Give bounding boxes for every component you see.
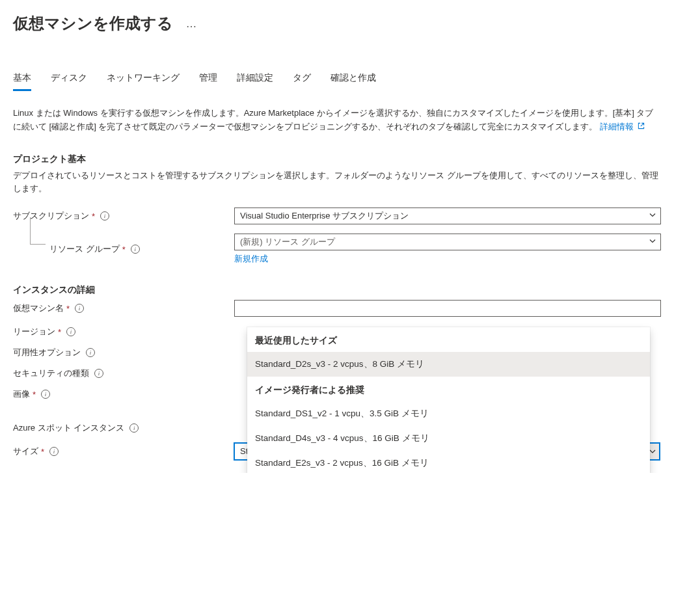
info-icon[interactable]: i <box>131 245 140 254</box>
vm-name-label: 仮想マシン名 <box>13 302 64 314</box>
tab-review[interactable]: 確認と作成 <box>330 72 376 91</box>
info-icon[interactable]: i <box>100 211 109 221</box>
section-project-desc: デプロイされているリソースとコストを管理するサブスクリプションを選択します。フォ… <box>13 169 661 196</box>
create-new-rg-link[interactable]: 新規作成 <box>234 254 268 263</box>
info-icon[interactable]: i <box>86 348 95 357</box>
more-actions-button[interactable]: ⋯ <box>186 20 198 33</box>
required-indicator: * <box>66 304 70 314</box>
size-label: サイズ <box>13 446 38 457</box>
external-link-icon <box>636 122 645 131</box>
required-indicator: * <box>58 327 61 337</box>
region-label: リージョン <box>13 326 55 338</box>
size-option[interactable]: Standard_D2s_v3 - 2 vcpus、8 GiB メモリ <box>247 352 650 377</box>
intro-text: Linux または Windows を実行する仮想マシンを作成します。Azure… <box>13 107 661 134</box>
section-project-heading: プロジェクト基本 <box>13 154 661 165</box>
info-icon[interactable]: i <box>66 327 75 336</box>
resource-group-label: リソース グループ <box>49 243 120 255</box>
tree-connector <box>30 217 46 245</box>
subscription-select[interactable]: Visual Studio Enterprise サブスクリプション <box>234 208 661 224</box>
chevron-down-icon <box>649 237 656 247</box>
dropdown-heading-recommended: イメージ発行者による推奨 <box>247 377 650 401</box>
image-label: 画像 <box>13 388 30 400</box>
tab-tags[interactable]: タグ <box>293 72 311 91</box>
section-instance-heading: インスタンスの詳細 <box>13 284 661 296</box>
tab-disks[interactable]: ディスク <box>51 72 87 91</box>
page-title: 仮想マシンを作成する <box>13 13 173 34</box>
size-option[interactable]: Standard_D4s_v3 - 4 vcpus、16 GiB メモリ <box>247 426 650 451</box>
required-indicator: * <box>33 390 36 399</box>
subscription-label: サブスクリプション <box>13 210 89 222</box>
chevron-down-icon <box>649 211 656 221</box>
tab-bar: 基本 ディスク ネットワーキング 管理 詳細設定 タグ 確認と作成 <box>13 72 661 91</box>
tab-basic[interactable]: 基本 <box>13 72 31 91</box>
tab-management[interactable]: 管理 <box>199 72 217 91</box>
vm-name-input[interactable] <box>234 300 661 317</box>
spot-instance-label: Azure スポット インスタンス <box>13 422 124 434</box>
size-option[interactable]: Standard_DS1_v2 - 1 vcpu、3.5 GiB メモリ <box>247 401 650 426</box>
tab-advanced[interactable]: 詳細設定 <box>237 72 273 91</box>
size-dropdown-panel: 最近使用したサイズ Standard_D2s_v3 - 2 vcpus、8 Gi… <box>247 327 650 473</box>
dropdown-heading-recent: 最近使用したサイズ <box>247 327 650 352</box>
required-indicator: * <box>41 447 44 457</box>
info-icon[interactable]: i <box>49 447 59 456</box>
info-icon[interactable]: i <box>41 390 50 399</box>
required-indicator: * <box>122 245 126 254</box>
info-icon[interactable]: i <box>75 304 84 313</box>
tab-networking[interactable]: ネットワーキング <box>107 72 180 91</box>
availability-label: 可用性オプション <box>13 347 81 358</box>
required-indicator: * <box>92 211 95 221</box>
size-option[interactable]: Standard_E2s_v3 - 2 vcpus、16 GiB メモリ <box>247 451 650 473</box>
security-type-label: セキュリティの種類 <box>13 368 89 379</box>
info-icon[interactable]: i <box>129 423 139 433</box>
learn-more-link[interactable]: 詳細情報 <box>600 122 645 131</box>
info-icon[interactable]: i <box>94 369 103 378</box>
resource-group-select[interactable]: (新規) リソース グループ <box>234 234 661 250</box>
